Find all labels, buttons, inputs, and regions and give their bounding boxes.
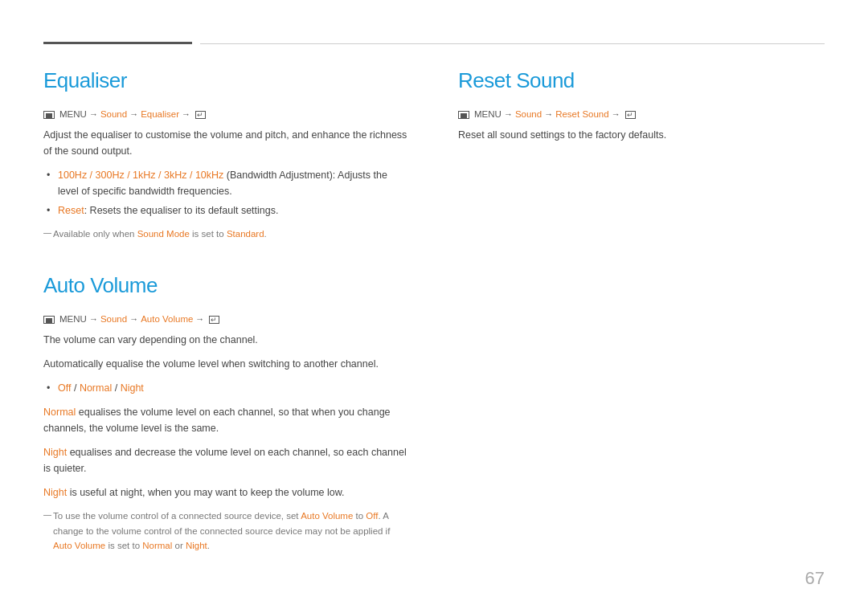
equaliser-description: Adjust the equaliser to customise the vo…	[43, 127, 410, 159]
reset-sound-page-label: Reset Sound	[555, 109, 609, 119]
auto-volume-desc2: Automatically equalise the volume level …	[43, 356, 410, 372]
auto-volume-off: Off	[58, 382, 71, 394]
auto-volume-menu-label: MENU	[59, 314, 87, 324]
auto-volume-bullet-1: Off / Normal / Night	[58, 380, 410, 396]
reset-sound-arrow3: →	[612, 109, 620, 119]
auto-volume-desc1: The volume can vary depending on the cha…	[43, 332, 410, 348]
reset-sound-sound-label: Sound	[515, 109, 542, 119]
reset-sound-menu-icon	[458, 111, 469, 119]
auto-volume-night-label1: Night	[43, 447, 67, 458]
auto-volume-page-label: Auto Volume	[141, 314, 193, 324]
auto-volume-night-label2: Night	[43, 487, 67, 498]
auto-volume-menu-icon	[43, 316, 55, 324]
reset-sound-description: Reset all sound settings to the factory …	[458, 127, 825, 143]
equaliser-sound-label: Sound	[100, 109, 127, 119]
auto-volume-sound-label: Sound	[100, 314, 127, 324]
auto-volume-night-desc1: Night equalises and decrease the volume …	[43, 444, 410, 476]
auto-volume-ref2: Auto Volume	[53, 541, 105, 550]
reset-sound-arrow1: →	[504, 109, 513, 119]
equaliser-bullet-list: 100Hz / 300Hz / 1kHz / 3kHz / 10kHz (Ban…	[43, 167, 410, 219]
auto-volume-normal-desc: Normal equalises the volume level on eac…	[43, 404, 410, 436]
equaliser-title: Equaliser	[43, 68, 410, 93]
equaliser-arrow3: →	[182, 109, 190, 119]
auto-volume-arrow1: →	[89, 314, 98, 324]
auto-volume-night-ref: Night	[186, 541, 207, 550]
equaliser-menu-path: MENU → Sound → Equaliser →	[43, 109, 410, 119]
equaliser-reset-desc: : Resets the equaliser to its default se…	[84, 205, 279, 216]
reset-sound-arrow2: →	[544, 109, 553, 119]
equaliser-sound-mode: Sound Mode	[137, 229, 190, 239]
equaliser-bullet-2: Reset: Resets the equaliser to its defau…	[58, 202, 410, 219]
equaliser-note: Available only when Sound Mode is set to…	[43, 227, 410, 241]
auto-volume-night-desc2: Night is useful at night, when you may w…	[43, 484, 410, 501]
auto-volume-normal-label: Normal	[43, 407, 76, 418]
auto-volume-slash1: /	[74, 382, 80, 394]
auto-volume-menu-path: MENU → Sound → Auto Volume →	[43, 314, 410, 324]
equaliser-frequencies: 100Hz / 300Hz / 1kHz / 3kHz / 10kHz	[58, 170, 223, 181]
auto-volume-arrow3: →	[195, 314, 204, 324]
reset-sound-title: Reset Sound	[458, 68, 825, 93]
auto-volume-off-ref: Off	[366, 511, 378, 521]
auto-volume-normal-ref: Normal	[142, 541, 172, 550]
reset-sound-menu-path: MENU → Sound → Reset Sound →	[458, 109, 825, 119]
reset-sound-menu-label: MENU	[474, 109, 502, 119]
equaliser-reset-label: Reset	[58, 205, 84, 216]
auto-volume-ref1: Auto Volume	[301, 511, 353, 521]
auto-volume-enter-icon	[209, 316, 219, 324]
equaliser-standard: Standard	[227, 229, 264, 239]
auto-volume-bullet-list: Off / Normal / Night	[43, 380, 410, 396]
menu-icon	[43, 111, 55, 119]
auto-volume-note: To use the volume control of a connected…	[43, 509, 410, 553]
equaliser-arrow1: →	[89, 109, 98, 119]
equaliser-enter-icon	[195, 111, 206, 119]
equaliser-arrow2: →	[129, 109, 138, 119]
auto-volume-normal: Normal	[80, 382, 112, 394]
equaliser-page-label: Equaliser	[141, 109, 179, 119]
auto-volume-slash2: /	[115, 382, 121, 394]
reset-sound-enter-icon	[625, 111, 636, 119]
auto-volume-night: Night	[121, 382, 144, 394]
equaliser-bullet-1: 100Hz / 300Hz / 1kHz / 3kHz / 10kHz (Ban…	[58, 167, 410, 199]
auto-volume-arrow2: →	[129, 314, 138, 324]
page-number: 67	[805, 568, 825, 589]
auto-volume-title: Auto Volume	[43, 273, 410, 298]
equaliser-menu-label: MENU	[59, 109, 87, 119]
